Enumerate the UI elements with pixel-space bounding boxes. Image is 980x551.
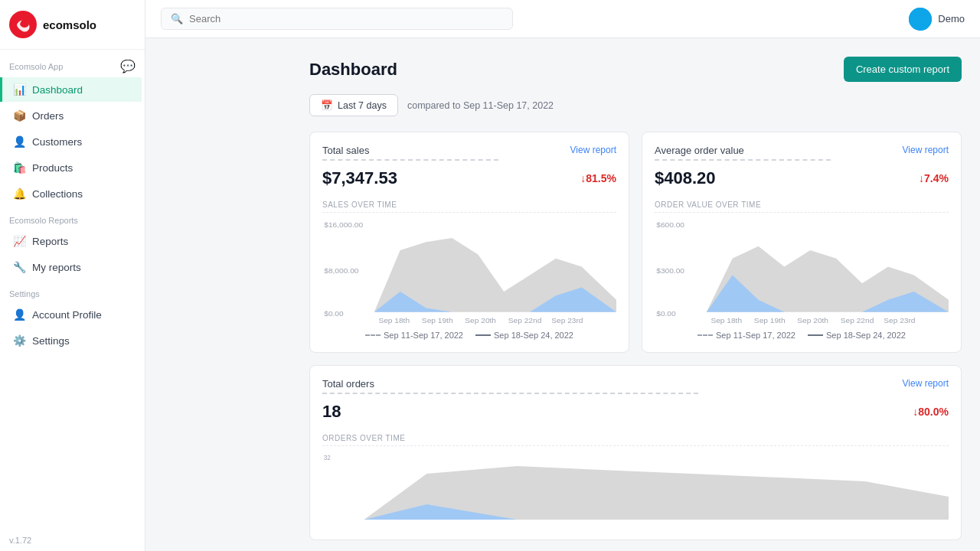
orders-icon: 📦 — [12, 109, 26, 122]
metric-cards-row: Total sales View report $7,347.53 ↓81.5%… — [309, 132, 962, 353]
total-sales-chart-label: SALES OVER TIME — [322, 201, 616, 213]
date-range-button[interactable]: 📅 Last 7 days — [309, 94, 398, 116]
total-sales-value: $7,347.53 — [322, 168, 397, 188]
sidebar-item-my-reports[interactable]: 🔧 My reports — [3, 255, 142, 279]
x-label-3: Sep 20th — [465, 316, 496, 324]
search-icon: 🔍 — [171, 13, 183, 24]
y-label-bot: $0.00 — [656, 309, 676, 318]
topnav-right: Demo — [909, 8, 965, 31]
legend-curr: Sep 18-Sep 24, 2022 — [808, 331, 906, 340]
total-sales-change: ↓81.5% — [580, 172, 616, 184]
avatar — [909, 8, 932, 31]
reports-icon: 📈 — [12, 235, 26, 247]
legend-dashed-line — [365, 334, 381, 336]
x-label-4: Sep 22nd — [841, 316, 874, 324]
avg-order-value-row: $408.20 ↓7.4% — [655, 168, 949, 188]
x-label-1: Sep 18th — [378, 316, 410, 324]
settings-section-label: Settings — [0, 280, 145, 302]
reports-section-label: Ecomsolo Reports — [0, 207, 145, 228]
sidebar-item-reports[interactable]: 📈 Reports — [3, 229, 142, 253]
page-header: Dashboard Create custom report — [309, 57, 962, 82]
total-orders-value: 18 — [322, 402, 341, 422]
dashboard-icon: 📊 — [12, 83, 26, 96]
total-orders-chart: 32 — [322, 451, 949, 527]
total-sales-view-report-link[interactable]: View report — [570, 145, 616, 155]
y-label-mid: $8,000.00 — [324, 266, 359, 275]
x-label-1: Sep 18th — [710, 316, 742, 324]
legend-curr: Sep 18-Sep 24, 2022 — [475, 331, 573, 340]
account-profile-icon: 👤 — [12, 308, 26, 321]
total-sales-chart: $16,000.00 $8,000.00 $0.00 Sep 18th Sep … — [322, 217, 616, 324]
x-label-3: Sep 20th — [797, 316, 828, 324]
avg-order-legend: Sep 11-Sep 17, 2022 Sep 18-Sep 24, 2022 — [655, 331, 949, 340]
avg-order-chart-label: ORDER VALUE OVER TIME — [655, 201, 949, 213]
total-sales-legend: Sep 11-Sep 17, 2022 Sep 18-Sep 24, 2022 — [322, 331, 616, 340]
y-label-bot: $0.00 — [324, 309, 344, 318]
total-orders-card: Total orders View report 18 ↓80.0% ORDER… — [309, 365, 962, 540]
my-reports-icon: 🔧 — [12, 261, 26, 273]
logo-icon — [9, 11, 37, 38]
chat-icon: 💬 — [120, 59, 136, 73]
customers-icon: 👤 — [12, 135, 26, 148]
sidebar: ecomsolo Ecomsolo App 💬 📊 Dashboard 📦 Or… — [0, 0, 145, 551]
settings-icon: ⚙️ — [12, 334, 26, 347]
total-orders-change: ↓80.0% — [913, 406, 949, 418]
sidebar-item-account-profile[interactable]: 👤 Account Profile — [3, 302, 142, 327]
legend-solid-line — [808, 334, 823, 336]
y-label-mid: $300.00 — [656, 266, 684, 275]
search-box[interactable]: 🔍 — [161, 8, 513, 30]
total-orders-chart-label: ORDERS OVER TIME — [322, 434, 949, 446]
avg-order-title: Average order value — [655, 145, 744, 156]
sidebar-item-collections[interactable]: 🔔 Collections — [3, 181, 142, 206]
search-input[interactable] — [189, 13, 503, 24]
calendar-icon: 📅 — [321, 99, 333, 111]
create-custom-report-button[interactable]: Create custom report — [844, 57, 962, 82]
sidebar-item-orders[interactable]: 📦 Orders — [3, 103, 142, 128]
x-label-2: Sep 19th — [754, 316, 786, 324]
x-label-4: Sep 22nd — [508, 316, 541, 324]
compare-text: compared to Sep 11-Sep 17, 2022 — [407, 100, 554, 111]
sidebar-item-dashboard[interactable]: 📊 Dashboard — [0, 77, 142, 102]
y-label-top: $600.00 — [656, 220, 684, 229]
total-sales-card: Total sales View report $7,347.53 ↓81.5%… — [309, 132, 629, 353]
logo-text: ecomsolo — [43, 18, 96, 31]
y-label-top: $16,000.00 — [324, 220, 363, 229]
legend-prev: Sep 11-Sep 17, 2022 — [365, 331, 463, 340]
sidebar-item-settings[interactable]: ⚙️ Settings — [3, 328, 142, 353]
total-orders-value-row: 18 ↓80.0% — [322, 402, 949, 422]
total-sales-header: Total sales View report — [322, 145, 616, 156]
total-sales-title: Total sales — [322, 145, 369, 156]
x-label-2: Sep 19th — [422, 316, 453, 324]
total-orders-header: Total orders View report — [322, 378, 949, 390]
legend-dashed-line — [697, 334, 713, 336]
avg-order-value: $408.20 — [655, 168, 716, 188]
app-section-label: Ecomsolo App 💬 — [0, 50, 145, 77]
logo-area: ecomsolo — [0, 0, 145, 50]
page-title: Dashboard — [309, 60, 397, 80]
power-icon — [909, 8, 932, 31]
total-sales-value-row: $7,347.53 ↓81.5% — [322, 168, 616, 188]
legend-prev: Sep 11-Sep 17, 2022 — [697, 331, 795, 340]
collections-icon: 🔔 — [12, 187, 26, 200]
date-bar: 📅 Last 7 days compared to Sep 11-Sep 17,… — [309, 94, 962, 116]
avg-order-chart: $600.00 $300.00 $0.00 Sep 18th Sep 19th … — [655, 217, 949, 324]
user-name: Demo — [938, 13, 965, 24]
products-icon: 🛍️ — [12, 161, 26, 174]
avg-order-header: Average order value View report — [655, 145, 949, 156]
legend-solid-line — [475, 334, 491, 336]
total-orders-title: Total orders — [322, 378, 374, 390]
total-orders-underline — [322, 393, 698, 394]
x-label-5: Sep 23rd — [884, 316, 915, 324]
version-label: v.1.72 — [0, 530, 145, 551]
x-label-5: Sep 23rd — [551, 316, 583, 324]
y-label-top: 32 — [324, 454, 331, 461]
avg-order-view-report-link[interactable]: View report — [903, 145, 949, 155]
sidebar-item-products[interactable]: 🛍️ Products — [3, 155, 142, 180]
avg-order-underline — [655, 159, 831, 161]
sidebar-item-customers[interactable]: 👤 Customers — [3, 129, 142, 154]
avg-order-change: ↓7.4% — [919, 172, 949, 184]
main-content: Dashboard Create custom report 📅 Last 7 … — [291, 38, 980, 551]
topnav: 🔍 Demo — [145, 0, 980, 38]
avg-order-value-card: Average order value View report $408.20 … — [642, 132, 962, 353]
total-orders-view-report-link[interactable]: View report — [903, 378, 949, 389]
